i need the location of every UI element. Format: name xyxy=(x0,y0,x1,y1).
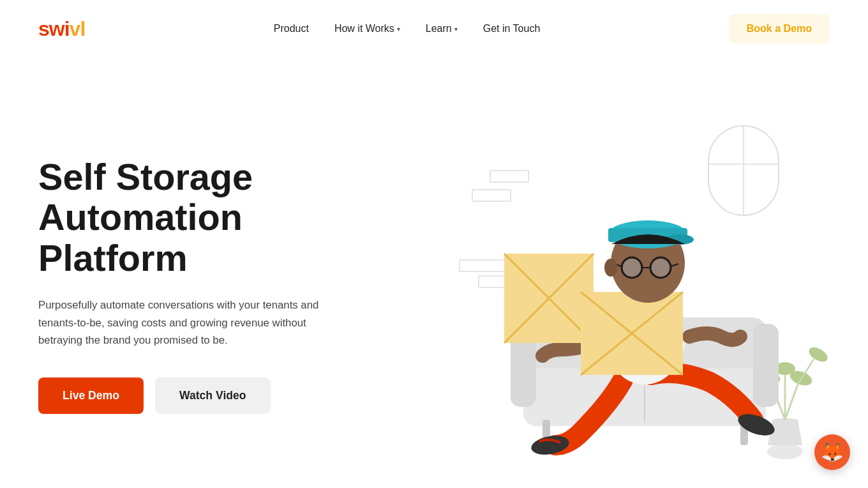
svg-point-7 xyxy=(767,444,803,459)
svg-point-44 xyxy=(623,259,641,277)
hero-illustration xyxy=(396,107,830,464)
svg-rect-4 xyxy=(490,171,528,182)
hero-subtitle: Purposefully automate conversations with… xyxy=(38,296,351,349)
chevron-down-icon: ▾ xyxy=(397,25,400,33)
hero-buttons: Live Demo Watch Video xyxy=(38,377,396,414)
svg-point-45 xyxy=(652,259,670,277)
live-demo-button[interactable]: Live Demo xyxy=(38,377,144,414)
nav-product[interactable]: Product xyxy=(274,23,309,34)
svg-line-9 xyxy=(785,385,798,420)
svg-point-46 xyxy=(604,259,617,277)
logo[interactable]: swivl xyxy=(38,17,85,41)
chat-widget[interactable]: 🦊 xyxy=(814,434,850,470)
hero-title: Self Storage Automation Platform xyxy=(38,157,396,278)
logo-vl: vl xyxy=(70,17,86,40)
watch-video-button[interactable]: Watch Video xyxy=(155,377,271,414)
chevron-down-icon: ▾ xyxy=(454,25,458,33)
svg-rect-5 xyxy=(460,260,507,271)
svg-rect-21 xyxy=(753,324,779,407)
nav-learn[interactable]: Learn ▾ xyxy=(426,23,458,34)
chat-icon: 🦊 xyxy=(821,443,844,462)
hero-section: Self Storage Automation Platform Purpose… xyxy=(0,57,868,488)
svg-point-17 xyxy=(807,344,830,365)
logo-swi: swi xyxy=(38,17,70,40)
book-demo-button[interactable]: Book a Demo xyxy=(729,14,830,43)
site-header: swivl Product How it Works ▾ Learn ▾ Get… xyxy=(0,0,868,57)
nav-how-it-works[interactable]: How it Works ▾ xyxy=(334,23,400,34)
hero-text: Self Storage Automation Platform Purpose… xyxy=(38,157,396,414)
main-nav: Product How it Works ▾ Learn ▾ Get in To… xyxy=(274,23,541,34)
nav-get-in-touch[interactable]: Get in Touch xyxy=(483,23,541,34)
svg-rect-3 xyxy=(472,190,511,201)
